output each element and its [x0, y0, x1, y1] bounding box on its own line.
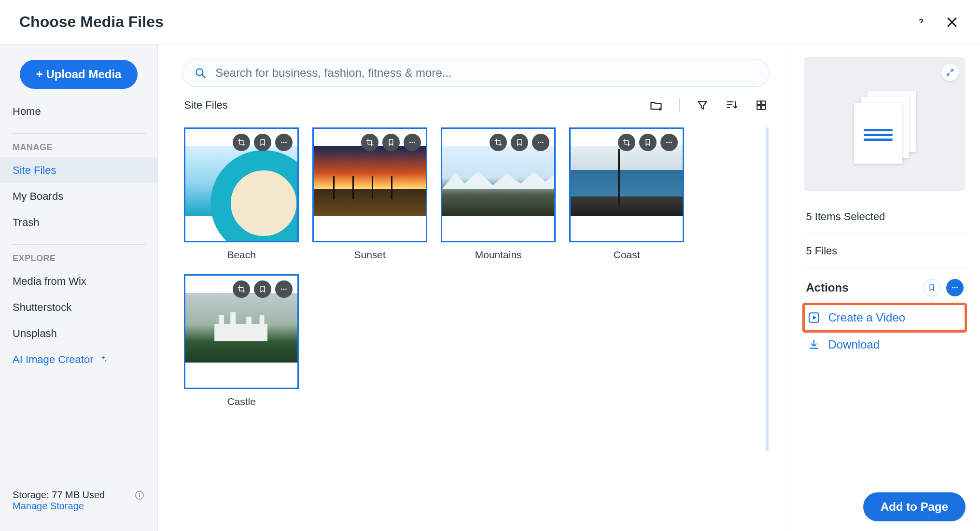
thumbnail	[441, 127, 556, 242]
crop-button[interactable]	[361, 134, 378, 151]
file-label: Mountains	[475, 249, 522, 261]
file-label: Castle	[227, 396, 256, 407]
page-title: Choose Media Files	[19, 13, 164, 31]
sidebar-item-shutterstock[interactable]: Shutterstock	[0, 294, 157, 321]
svg-point-14	[414, 142, 415, 143]
more-actions-button[interactable]	[946, 279, 964, 296]
sidebar-footer: Storage: 77 MB Used Manage Storage	[0, 480, 157, 531]
crop-icon	[494, 138, 503, 147]
file-card[interactable]: Castle	[184, 274, 299, 407]
files-count: 5 Files	[804, 234, 966, 268]
more-button[interactable]	[275, 134, 293, 151]
info-icon[interactable]	[134, 490, 145, 501]
bookmark-button[interactable]	[382, 134, 400, 151]
storage-text: Storage: 77 MB Used	[13, 489, 105, 501]
svg-point-17	[542, 142, 544, 143]
search-icon	[194, 67, 207, 79]
search-bar[interactable]	[182, 59, 770, 87]
bookmark-action-button[interactable]	[923, 279, 940, 296]
sidebar-item-my-boards[interactable]: My Boards	[0, 183, 157, 210]
more-button[interactable]	[660, 134, 678, 151]
sidebar-item-label: Home	[13, 105, 41, 118]
sidebar-item-label: AI Image Creator	[13, 353, 94, 366]
toolbar: Site Files	[184, 98, 768, 112]
close-button[interactable]	[943, 14, 961, 31]
sidebar-item-site-files[interactable]: Site Files	[0, 157, 157, 183]
crop-button[interactable]	[618, 134, 635, 151]
sidebar-item-trash[interactable]: Trash	[0, 210, 157, 236]
help-icon	[914, 15, 928, 29]
thumbnail	[569, 127, 684, 242]
manage-storage-link[interactable]: Manage Storage	[13, 501, 145, 512]
more-button[interactable]	[404, 134, 421, 151]
sidebar-item-label: Shutterstock	[13, 301, 71, 314]
sort-button[interactable]	[725, 98, 739, 112]
sidebar-item-label: My Boards	[13, 190, 63, 203]
sidebar-item-home[interactable]: Home	[0, 98, 157, 125]
svg-point-18	[666, 142, 668, 143]
bookmark-icon	[258, 138, 267, 147]
more-icon	[665, 138, 673, 147]
sort-icon	[725, 98, 739, 112]
bookmark-icon	[644, 138, 652, 147]
svg-point-20	[671, 142, 672, 143]
svg-point-13	[412, 142, 413, 143]
svg-rect-7	[757, 106, 761, 110]
add-to-page-button[interactable]: Add to Page	[863, 492, 966, 521]
thumbnail	[184, 127, 299, 242]
actions-header: Actions	[804, 268, 966, 304]
stack-icon	[851, 90, 919, 158]
svg-point-21	[281, 289, 282, 290]
crop-icon	[237, 285, 246, 293]
file-card[interactable]: Sunset	[312, 127, 427, 261]
svg-line-4	[202, 75, 205, 78]
file-label: Beach	[227, 249, 256, 261]
more-button[interactable]	[275, 280, 293, 298]
svg-point-1	[139, 493, 140, 494]
download-action[interactable]: Download	[804, 331, 966, 358]
new-folder-button[interactable]	[649, 98, 663, 112]
sidebar-item-ai-image-creator[interactable]: AI Image Creator	[0, 347, 157, 373]
bookmark-button[interactable]	[254, 134, 271, 151]
close-icon	[945, 15, 959, 29]
svg-point-16	[540, 142, 542, 143]
sidebar-item-label: Media from Wix	[13, 275, 86, 288]
bookmark-icon	[927, 283, 936, 292]
view-toggle-button[interactable]	[755, 99, 768, 112]
bookmark-icon	[258, 285, 267, 293]
upload-media-button[interactable]: + Upload Media	[20, 60, 138, 89]
selected-count: 5 Items Selected	[804, 200, 966, 234]
sidebar-item-label: Trash	[13, 216, 39, 229]
filter-icon	[696, 99, 709, 112]
more-icon	[280, 285, 288, 293]
crop-button[interactable]	[490, 134, 507, 151]
crop-button[interactable]	[233, 280, 250, 298]
file-card[interactable]: Beach	[184, 127, 299, 261]
create-a-video-action[interactable]: Create a Video	[804, 304, 966, 331]
bookmark-button[interactable]	[511, 134, 528, 151]
expand-button[interactable]	[941, 64, 959, 81]
scrollbar[interactable]	[766, 127, 769, 451]
svg-point-15	[538, 142, 539, 143]
main-content: Site Files	[158, 44, 789, 531]
filter-button[interactable]	[696, 99, 709, 112]
svg-point-22	[283, 289, 285, 290]
sidebar-item-media-from-wix[interactable]: Media from Wix	[0, 268, 157, 294]
search-input[interactable]	[215, 66, 757, 80]
more-icon	[280, 138, 288, 147]
more-button[interactable]	[532, 134, 549, 151]
svg-rect-8	[762, 106, 766, 110]
bookmark-button[interactable]	[254, 280, 271, 298]
actions-label: Actions	[806, 281, 848, 294]
sidebar-item-unsplash[interactable]: Unsplash	[0, 321, 157, 347]
file-label: Sunset	[354, 249, 385, 261]
crop-button[interactable]	[233, 134, 250, 151]
file-card[interactable]: Coast	[569, 127, 684, 261]
svg-point-24	[952, 287, 953, 289]
sidebar-item-label: Unsplash	[13, 327, 57, 340]
help-button[interactable]	[912, 14, 930, 31]
file-card[interactable]: Mountains	[441, 127, 556, 261]
action-label: Create a Video	[828, 311, 905, 324]
file-label: Coast	[614, 249, 640, 261]
bookmark-button[interactable]	[639, 134, 657, 151]
